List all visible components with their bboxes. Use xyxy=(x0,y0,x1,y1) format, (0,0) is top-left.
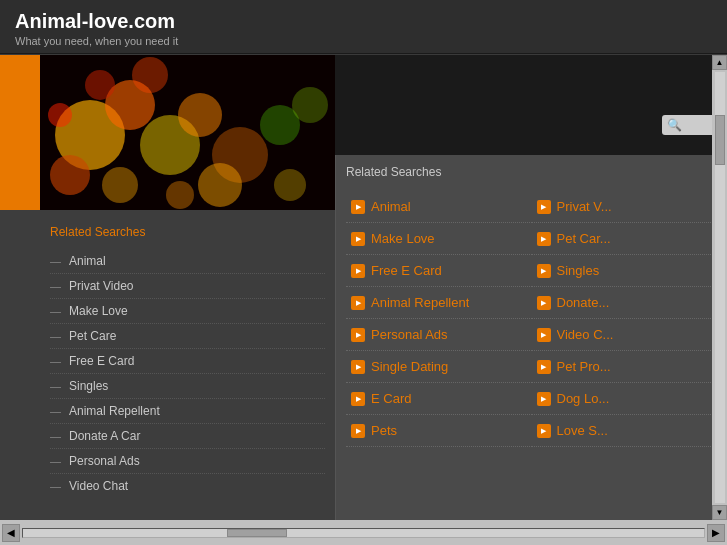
right-item-label: Dog Lo... xyxy=(557,391,610,406)
svg-point-13 xyxy=(166,181,194,209)
left-items-list: — Animal— Privat Video— Make Love— Pet C… xyxy=(50,249,325,498)
right-item-label: Pet Pro... xyxy=(557,359,611,374)
right-item-label: Privat V... xyxy=(557,199,612,214)
vertical-scrollbar[interactable]: ▲ ▼ xyxy=(712,55,727,520)
search-item-label: Donate A Car xyxy=(69,429,140,443)
left-search-item[interactable]: — Animal xyxy=(50,249,325,274)
orange-arrow-icon xyxy=(537,264,551,278)
svg-point-11 xyxy=(132,57,168,93)
search-item-label: Animal Repellent xyxy=(69,404,160,418)
orange-arrow-icon xyxy=(537,296,551,310)
arrow-icon: — xyxy=(50,380,61,392)
search-item-label: Privat Video xyxy=(69,279,133,293)
main-content: Related Searches — Animal— Privat Video—… xyxy=(0,210,727,520)
right-item-label: Animal Repellent xyxy=(371,295,469,310)
h-scroll-track[interactable] xyxy=(22,528,705,538)
right-search-item[interactable]: E Card xyxy=(346,383,532,415)
right-item-label: Make Love xyxy=(371,231,435,246)
right-grid: Animal Privat V... Make Love Pet Car... … xyxy=(346,191,717,447)
left-search-item[interactable]: — Privat Video xyxy=(50,274,325,299)
right-item-label: Love S... xyxy=(557,423,608,438)
search-item-label: Personal Ads xyxy=(69,454,140,468)
scroll-track[interactable] xyxy=(715,72,725,503)
orange-arrow-icon xyxy=(351,360,365,374)
right-search-item[interactable]: Dog Lo... xyxy=(532,383,718,415)
left-related-searches: Related Searches — Animal— Privat Video—… xyxy=(40,210,335,520)
scroll-down-button[interactable]: ▼ xyxy=(712,505,727,520)
svg-point-12 xyxy=(274,169,306,201)
right-search-item[interactable]: Privat V... xyxy=(532,191,718,223)
right-item-label: Singles xyxy=(557,263,600,278)
right-item-label: Donate... xyxy=(557,295,610,310)
search-item-label: Free E Card xyxy=(69,354,134,368)
arrow-icon: — xyxy=(50,255,61,267)
left-search-item[interactable]: — Free E Card xyxy=(50,349,325,374)
right-search-item[interactable]: Video C... xyxy=(532,319,718,351)
arrow-icon: — xyxy=(50,430,61,442)
orange-arrow-icon xyxy=(537,328,551,342)
search-item-label: Singles xyxy=(69,379,108,393)
right-related-searches: Related Searches Animal Privat V... Make… xyxy=(335,155,727,520)
arrow-icon: — xyxy=(50,480,61,492)
scroll-right-button[interactable]: ▶ xyxy=(707,524,725,542)
svg-point-8 xyxy=(85,70,115,100)
orange-arrow-icon xyxy=(351,328,365,342)
scroll-left-button[interactable]: ◀ xyxy=(2,524,20,542)
left-search-item[interactable]: — Singles xyxy=(50,374,325,399)
arrow-icon: — xyxy=(50,455,61,467)
left-section-title: Related Searches xyxy=(50,225,325,239)
right-item-label: Video C... xyxy=(557,327,614,342)
orange-arrow-icon xyxy=(537,232,551,246)
right-search-item[interactable]: Free E Card xyxy=(346,255,532,287)
arrow-icon: — xyxy=(50,305,61,317)
search-item-label: Make Love xyxy=(69,304,128,318)
header: Animal-love.com What you need, when you … xyxy=(0,0,727,54)
right-search-item[interactable]: Personal Ads xyxy=(346,319,532,351)
svg-point-4 xyxy=(50,155,90,195)
right-search-item[interactable]: Pets xyxy=(346,415,532,447)
left-search-item[interactable]: — Pet Care xyxy=(50,324,325,349)
right-search-item[interactable]: Love S... xyxy=(532,415,718,447)
right-item-label: Pet Car... xyxy=(557,231,611,246)
svg-point-5 xyxy=(178,93,222,137)
hero-image xyxy=(40,55,335,210)
tagline: What you need, when you need it xyxy=(15,35,712,47)
right-search-item[interactable]: Donate... xyxy=(532,287,718,319)
left-search-item[interactable]: — Video Chat xyxy=(50,474,325,498)
search-item-label: Video Chat xyxy=(69,479,128,493)
left-search-item[interactable]: — Make Love xyxy=(50,299,325,324)
arrow-icon: — xyxy=(50,405,61,417)
svg-point-15 xyxy=(292,87,328,123)
left-search-item[interactable]: — Personal Ads xyxy=(50,449,325,474)
orange-arrow-icon xyxy=(351,264,365,278)
right-search-item[interactable]: Animal xyxy=(346,191,532,223)
svg-point-14 xyxy=(48,103,72,127)
right-item-label: E Card xyxy=(371,391,411,406)
right-search-item[interactable]: Single Dating xyxy=(346,351,532,383)
orange-arrow-icon xyxy=(537,360,551,374)
orange-arrow-icon xyxy=(351,424,365,438)
arrow-icon: — xyxy=(50,355,61,367)
right-item-label: Single Dating xyxy=(371,359,448,374)
svg-point-9 xyxy=(198,163,242,207)
right-search-item[interactable]: Pet Car... xyxy=(532,223,718,255)
search-icon: 🔍 xyxy=(667,118,682,132)
site-title: Animal-love.com xyxy=(15,10,712,33)
right-search-item[interactable]: Pet Pro... xyxy=(532,351,718,383)
right-search-item[interactable]: Make Love xyxy=(346,223,532,255)
left-search-item[interactable]: — Donate A Car xyxy=(50,424,325,449)
right-search-item[interactable]: Animal Repellent xyxy=(346,287,532,319)
right-section-title: Related Searches xyxy=(346,165,717,183)
right-item-label: Pets xyxy=(371,423,397,438)
scroll-up-button[interactable]: ▲ xyxy=(712,55,727,70)
scroll-thumb[interactable] xyxy=(715,115,725,165)
arrow-icon: — xyxy=(50,280,61,292)
orange-arrow-icon xyxy=(537,424,551,438)
h-scroll-thumb[interactable] xyxy=(227,529,287,537)
horizontal-scrollbar[interactable]: ◀ ▶ xyxy=(0,520,727,545)
orange-arrow-icon xyxy=(537,392,551,406)
left-search-item[interactable]: — Animal Repellent xyxy=(50,399,325,424)
orange-accent-bar xyxy=(0,55,40,210)
right-search-item[interactable]: Singles xyxy=(532,255,718,287)
arrow-icon: — xyxy=(50,330,61,342)
